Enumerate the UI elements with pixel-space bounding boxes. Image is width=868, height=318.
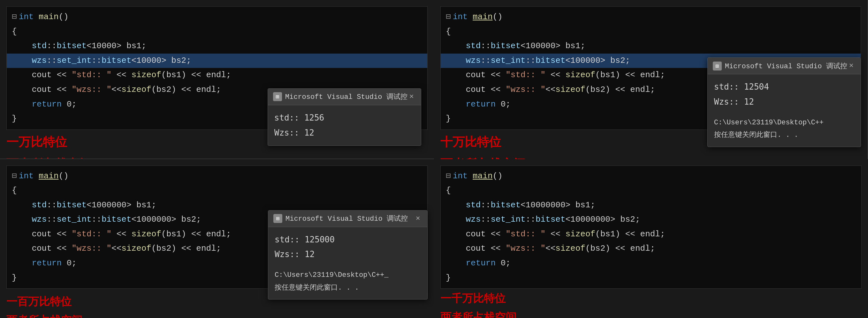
debug-popup-1: ⊞ Microsoft Visual Studio 调试控 × std:: 12… (268, 89, 421, 146)
code-line: ⊟int main() (441, 169, 861, 184)
press-any: 按任意键关闭此窗口. . . (714, 129, 854, 142)
path-line: C:\Users\23119\Desktop\C++ (714, 116, 854, 129)
code-line: ⊟int main() (7, 10, 427, 25)
close-button[interactable]: × (407, 92, 416, 102)
output-line-1: std:: 1256 (274, 110, 414, 126)
code-line: cout << "wzs:: "<<sizeof(bs2) << endl; (441, 242, 861, 256)
fold-icon: ⊟ (12, 10, 17, 24)
debug-header-left: ⊞ Microsoft Visual Studio 调试控 (273, 214, 408, 223)
close-button[interactable]: × (414, 214, 422, 223)
debug-header-2: ⊞ Microsoft Visual Studio 调试控 × (708, 58, 861, 74)
vs-icon: ⊞ (713, 62, 722, 70)
code-line-highlighted: wzs::set_int::bitset<10000> bs2; (7, 54, 427, 68)
panel-3-subtitle: 两者所占栈空间 (6, 313, 83, 318)
close-button[interactable]: × (847, 61, 856, 71)
panel-1: ⊟int main() { std::bitset<10000> bs1; wz… (0, 0, 434, 159)
output-line-2: Wzs:: 12 (274, 126, 414, 140)
code-line: ⊟int main() (7, 169, 427, 184)
debug-header-3: ⊞ Microsoft Visual Studio 调试控 × (268, 211, 427, 227)
path-line: C:\Users\23119\Desktop\C++_ (275, 269, 421, 282)
debug-header-left: ⊞ Microsoft Visual Studio 调试控 (713, 61, 847, 71)
code-line: { (7, 25, 427, 39)
code-line: return 0; (441, 256, 861, 271)
panel-3: ⊟int main() { std::bitset<1000000> bs1; … (0, 159, 434, 318)
panel-4-subtitle: 两者所占栈空间 (440, 310, 862, 318)
debug-title: Microsoft Visual Studio 调试控 (285, 214, 408, 223)
debug-header-right: × (414, 214, 422, 223)
output-line-1: std:: 125000 (275, 232, 421, 247)
code-line: std::bitset<10000000> bs1; (441, 198, 861, 213)
debug-header-right: × (407, 92, 416, 102)
code-line: { (441, 25, 861, 39)
debug-title: Microsoft Visual Studio 调试控 (285, 92, 407, 101)
code-line: { (7, 183, 427, 198)
panel-2: ⊟int main() { std::bitset<100000> bs1; w… (434, 0, 868, 159)
debug-body-3: std:: 125000 Wzs:: 12 C:\Users\23119\Des… (268, 227, 427, 299)
fold-icon: ⊟ (446, 170, 451, 183)
panel-4: ⊟int main() { std::bitset<10000000> bs1;… (434, 159, 868, 318)
output-line-1: std:: 12504 (714, 79, 854, 95)
code-line: { (441, 183, 861, 198)
panel-3-title: 一百万比特位 (6, 294, 83, 311)
code-line: wzs::set_int::bitset<10000000> bs2; (441, 212, 861, 227)
fold-icon: ⊟ (446, 10, 451, 24)
code-line: std::bitset<10000> bs1; (7, 39, 427, 54)
code-line: ⊟int main() (441, 10, 861, 25)
vs-icon: ⊞ (273, 214, 282, 223)
debug-header-1: ⊞ Microsoft Visual Studio 调试控 × (268, 89, 421, 105)
debug-popup-2: ⊞ Microsoft Visual Studio 调试控 × std:: 12… (707, 58, 861, 147)
debug-header-right: × (847, 61, 856, 71)
code-line: cout << "std:: " << sizeof(bs1) << endl; (7, 68, 427, 82)
debug-popup-3: ⊞ Microsoft Visual Studio 调试控 × std:: 12… (268, 210, 428, 300)
output-line-2: Wzs:: 12 (275, 247, 421, 262)
code-editor-4: ⊟int main() { std::bitset<10000000> bs1;… (440, 166, 862, 289)
output-line-2: Wzs:: 12 (714, 95, 854, 109)
panel-1-subtitle: 两者所占栈空间 (6, 156, 428, 159)
code-line: cout << "std:: " << sizeof(bs1) << endl; (441, 227, 861, 242)
vs-icon: ⊞ (273, 92, 282, 101)
press-any: 按任意键关闭此窗口. . . (275, 282, 421, 294)
debug-body-2: std:: 12504 Wzs:: 12 C:\Users\23119\Desk… (708, 74, 861, 147)
code-line: std::bitset<100000> bs1; (441, 39, 861, 54)
debug-body-1: std:: 1256 Wzs:: 12 (268, 105, 421, 145)
panel-2-subtitle: 两者所占栈空间 (440, 156, 861, 159)
debug-header-left: ⊞ Microsoft Visual Studio 调试控 (273, 92, 407, 101)
code-line: } (441, 271, 861, 285)
debug-title: Microsoft Visual Studio 调试控 (725, 61, 847, 71)
fold-icon: ⊟ (12, 170, 17, 183)
panel-4-title: 一千万比特位 (440, 291, 862, 308)
